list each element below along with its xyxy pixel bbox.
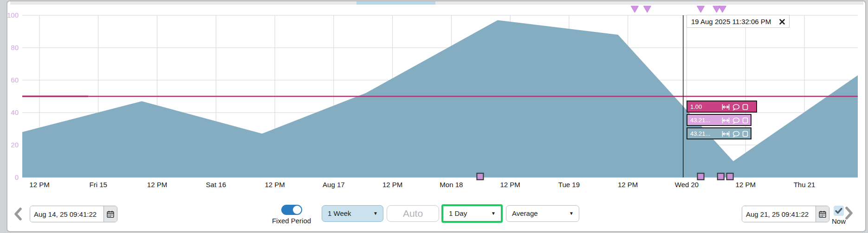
svg-text:Fri 15: Fri 15 (90, 181, 107, 189)
start-date-group (30, 206, 117, 222)
svg-text:Sat 16: Sat 16 (206, 181, 226, 189)
now-checkbox[interactable] (834, 206, 844, 216)
range-icon[interactable] (722, 131, 730, 137)
svg-text:12 PM: 12 PM (265, 181, 285, 189)
svg-text:12 PM: 12 PM (500, 181, 520, 189)
svg-text:12 PM: 12 PM (147, 181, 167, 189)
square-icon[interactable] (742, 104, 748, 110)
interval-select-value: 1 Day (449, 209, 467, 217)
svg-text:Thu 21: Thu 21 (794, 181, 816, 189)
square-icon[interactable] (742, 117, 748, 124)
interval-select[interactable]: 1 Day ▼ (441, 204, 503, 223)
aggregation-select-value: Average (512, 209, 538, 217)
svg-text:60: 60 (11, 76, 19, 84)
chevron-left-icon[interactable] (13, 208, 23, 220)
chevron-down-icon: ▼ (491, 206, 496, 221)
start-date-calendar-button[interactable] (104, 206, 117, 222)
badge-value: 43.21... (690, 130, 710, 137)
end-date-calendar-button[interactable] (816, 206, 829, 222)
svg-text:0: 0 (15, 173, 19, 181)
fixed-period-control: Fixed Period (268, 205, 315, 225)
cursor-value-badge[interactable]: 43.21... (687, 114, 751, 126)
range-icon[interactable] (722, 117, 730, 124)
badge-value: 43.21... (690, 117, 710, 124)
comment-icon[interactable] (732, 104, 740, 111)
aggregation-select[interactable]: Average ▼ (506, 205, 579, 222)
svg-text:12 PM: 12 PM (736, 181, 756, 189)
svg-text:12 PM: 12 PM (382, 181, 402, 189)
fixed-period-toggle[interactable] (281, 205, 302, 215)
chevron-down-icon: ▼ (569, 206, 574, 221)
calendar-icon (819, 210, 826, 218)
calendar-icon (107, 210, 114, 218)
svg-text:40: 40 (11, 108, 19, 116)
chart-toolbar: Fixed Period 1 Week ▼ Auto 1 Day ▼ Avera… (0, 200, 868, 230)
svg-text:12 PM: 12 PM (29, 181, 49, 189)
svg-text:100: 100 (7, 11, 19, 19)
end-date-group (742, 206, 829, 222)
svg-text:Wed 20: Wed 20 (675, 181, 699, 189)
fixed-period-label: Fixed Period (268, 217, 315, 225)
square-icon[interactable] (742, 131, 748, 137)
range-icon[interactable] (722, 104, 730, 110)
cursor-value-badges: 1.00 43.21... 43.21... (687, 101, 757, 141)
auto-label: Auto (403, 208, 423, 219)
toggle-knob (293, 206, 301, 214)
range-select[interactable]: 1 Week ▼ (322, 205, 383, 222)
cursor-tooltip: 19 Aug 2025 11:32:06 PM (687, 15, 790, 28)
svg-text:Aug 17: Aug 17 (323, 181, 345, 189)
badge-value: 1.00 (690, 103, 702, 110)
start-date-input[interactable] (30, 206, 104, 222)
end-date-input[interactable] (742, 206, 816, 222)
close-icon[interactable] (779, 19, 785, 25)
svg-text:20: 20 (11, 141, 19, 149)
svg-text:80: 80 (11, 44, 19, 51)
chevron-down-icon: ▼ (373, 206, 378, 221)
time-series-widget: 02040608010012 PMFri 1512 PMSat 1612 PMA… (0, 0, 868, 233)
range-select-value: 1 Week (328, 209, 351, 217)
auto-button[interactable]: Auto (387, 205, 439, 222)
comment-icon[interactable] (732, 131, 740, 138)
cursor-timestamp: 19 Aug 2025 11:32:06 PM (691, 18, 771, 25)
svg-text:12 PM: 12 PM (618, 181, 638, 189)
chevron-right-icon[interactable] (844, 207, 854, 220)
svg-text:Tue 19: Tue 19 (558, 181, 580, 189)
check-icon (835, 208, 842, 214)
comment-icon[interactable] (732, 117, 740, 124)
svg-text:Mon 18: Mon 18 (440, 181, 463, 189)
cursor-value-badge[interactable]: 1.00 (687, 101, 757, 113)
cursor-value-badge[interactable]: 43.21... (687, 127, 751, 139)
